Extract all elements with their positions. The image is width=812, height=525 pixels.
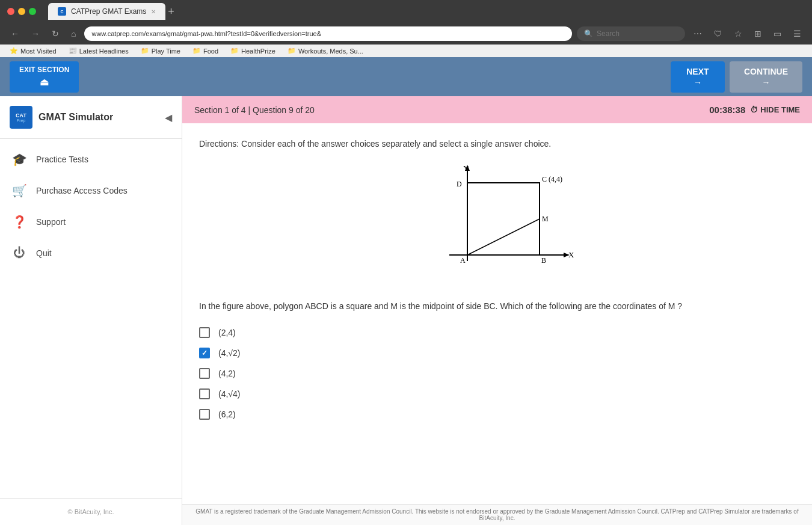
menu-button[interactable]: ⋯ [690, 26, 706, 41]
title-bar: C CATPrep GMAT Exams ✕ + [0, 0, 812, 23]
question-body: Directions: Consider each of the answer … [182, 123, 812, 504]
hide-time-button[interactable]: ⏱ HIDE TIME [750, 105, 800, 114]
bookmark-healthprize[interactable]: 📁 HealthPrize [226, 46, 280, 56]
search-bar: 🔍 [577, 26, 685, 41]
star-icon[interactable]: ☆ [731, 26, 746, 41]
answer-choice-e[interactable]: (6,2) [199, 409, 795, 420]
bookmarks-bar: ⭐ Most Visited 📰 Latest Headlines 📁 Play… [0, 45, 812, 58]
exit-icon: ⏏ [40, 76, 49, 88]
bookmark-workouts[interactable]: 📁 Workouts, Meds, Su... [283, 46, 368, 56]
tab-close-icon[interactable]: ✕ [151, 8, 156, 15]
next-button[interactable]: NEXT → [671, 61, 725, 93]
maximize-button[interactable] [29, 8, 36, 15]
sidebar-item-label: Support [36, 217, 66, 227]
logo-container: CAT Prep GMAT Simulator [10, 106, 113, 129]
sidebar-toggle-button[interactable]: ◀ [165, 112, 172, 123]
next-label: NEXT [686, 67, 709, 76]
sidebar-footer: © BitAcuity, Inc. [0, 498, 182, 525]
forward-button[interactable]: → [28, 26, 43, 41]
answer-choice-c[interactable]: (4,2) [199, 368, 795, 379]
hamburger-menu[interactable]: ☰ [790, 26, 805, 41]
sidebar: CAT Prep GMAT Simulator ◀ 🎓 Practice Tes… [0, 96, 182, 525]
pocket-icon[interactable]: 🛡 [710, 26, 726, 41]
next-arrow-icon: → [694, 78, 702, 87]
url-display: www.catprep.com/exams/gmat/gmat-pwa.html… [91, 30, 321, 37]
main-content: Section 1 of 4 | Question 9 of 20 00:38:… [182, 96, 812, 525]
bookmark-most-visited[interactable]: ⭐ Most Visited [5, 46, 61, 56]
address-bar[interactable]: www.catprep.com/exams/gmat/gmat-pwa.html… [84, 26, 572, 41]
sidebar-item-support[interactable]: ❓ Support [0, 206, 182, 238]
traffic-lights [7, 8, 36, 15]
exit-section-button[interactable]: EXIT SECTION ⏏ [10, 61, 79, 93]
hide-time-label: HIDE TIME [760, 105, 800, 114]
choice-text-d: (4,√4) [218, 389, 240, 399]
bookmark-play-time[interactable]: 📁 Play Time [136, 46, 185, 56]
sidebar-icon[interactable]: ▭ [770, 26, 785, 41]
tab-bar: C CATPrep GMAT Exams ✕ + [48, 3, 805, 20]
graduation-icon: 🎓 [12, 152, 26, 167]
directions-text: Directions: Consider each of the answer … [199, 138, 795, 150]
choice-text-a: (2,4) [218, 328, 236, 337]
timer-display: 00:38:38 [709, 105, 745, 115]
clock-icon: ⏱ [750, 105, 758, 114]
refresh-button[interactable]: ↻ [48, 26, 63, 41]
sidebar-item-purchase-access[interactable]: 🛒 Purchase Access Codes [0, 175, 182, 206]
checkbox-a[interactable] [199, 327, 210, 338]
logo-box: CAT Prep [10, 106, 32, 129]
answer-choices: (2,4) (4,√2) (4,2) (4,√4) [199, 327, 795, 420]
continue-label: CONTINUE [744, 67, 788, 76]
timer-area: 00:38:38 ⏱ HIDE TIME [709, 105, 800, 115]
checkbox-e[interactable] [199, 409, 210, 420]
svg-line-5 [467, 219, 540, 255]
cart-icon: 🛒 [12, 183, 26, 198]
main-layout: CAT Prep GMAT Simulator ◀ 🎓 Practice Tes… [0, 96, 812, 525]
checkbox-d[interactable] [199, 388, 210, 399]
y-label: Y [463, 165, 469, 173]
exit-section-label: EXIT SECTION [19, 66, 69, 74]
answer-choice-b[interactable]: (4,√2) [199, 348, 795, 358]
bookmark-food[interactable]: 📁 Food [188, 46, 223, 56]
tab-title: CATPrep GMAT Exams [71, 7, 146, 16]
checkbox-b[interactable] [199, 348, 210, 358]
x-label: X [568, 250, 574, 259]
app-container: EXIT SECTION ⏏ NEXT → CONTINUE → CAT Pre… [0, 57, 812, 525]
continue-arrow-icon: → [761, 78, 770, 87]
choice-text-c: (4,2) [218, 369, 236, 378]
sidebar-item-quit[interactable]: ⏻ Quit [0, 238, 182, 268]
coordinate-graph: X Y A B C (4,4) D M [413, 165, 582, 285]
answer-choice-a[interactable]: (2,4) [199, 327, 795, 338]
choice-text-e: (6,2) [218, 410, 236, 419]
home-button[interactable]: ⌂ [67, 26, 79, 41]
graph-container: X Y A B C (4,4) D M [199, 165, 795, 285]
new-tab-button[interactable]: + [168, 5, 174, 18]
sidebar-nav: 🎓 Practice Tests 🛒 Purchase Access Codes… [0, 139, 182, 498]
sidebar-item-label: Purchase Access Codes [36, 186, 128, 195]
library-icon[interactable]: ⊞ [751, 26, 765, 41]
close-button[interactable] [7, 8, 14, 15]
sidebar-title: GMAT Simulator [38, 112, 113, 123]
bookmark-latest-headlines[interactable]: 📰 Latest Headlines [64, 46, 134, 56]
sidebar-item-practice-tests[interactable]: 🎓 Practice Tests [0, 144, 182, 175]
d-label: D [457, 180, 462, 188]
active-tab[interactable]: C CATPrep GMAT Exams ✕ [48, 3, 165, 20]
sidebar-item-label: Practice Tests [36, 155, 88, 164]
question-header: Section 1 of 4 | Question 9 of 20 00:38:… [182, 96, 812, 123]
browser-chrome: C CATPrep GMAT Exams ✕ + ← → ↻ ⌂ www.cat… [0, 0, 812, 57]
footer-bar: GMAT is a registered trademark of the Gr… [182, 504, 812, 525]
m-label: M [542, 215, 549, 223]
search-input[interactable] [597, 29, 678, 38]
b-label: B [541, 256, 546, 265]
checkbox-c[interactable] [199, 368, 210, 379]
logo-prep: Prep [17, 118, 26, 123]
tab-favicon: C [58, 7, 66, 16]
minimize-button[interactable] [18, 8, 25, 15]
nav-bar: ← → ↻ ⌂ www.catprep.com/exams/gmat/gmat-… [0, 23, 812, 45]
question-text: In the figure above, polygon ABCD is a s… [199, 299, 795, 313]
back-button[interactable]: ← [7, 26, 23, 41]
continue-button[interactable]: CONTINUE → [730, 61, 802, 93]
nav-controls: NEXT → CONTINUE → [671, 61, 802, 93]
answer-choice-d[interactable]: (4,√4) [199, 388, 795, 399]
power-icon: ⏻ [12, 246, 26, 260]
footer-text: GMAT is a registered trademark of the Gr… [195, 508, 798, 521]
question-icon: ❓ [12, 215, 26, 229]
